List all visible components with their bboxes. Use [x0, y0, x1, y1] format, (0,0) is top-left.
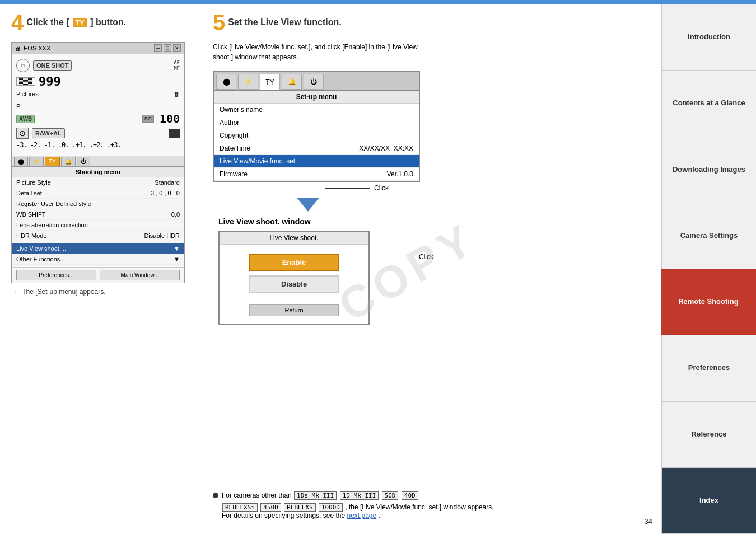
tag-rebelxsi: REBELXSi [222, 503, 258, 512]
setup-menu-tabs: ⬤ ⚡ TY 🔔 ⏻ [214, 72, 419, 91]
sidebar-label-contents: Contents at a Glance [673, 99, 745, 108]
preferences-button[interactable]: Preferences... [16, 270, 96, 280]
camera-title-text: 🖨 EOS XXX [15, 45, 50, 51]
note1-text: For cameras other than 1Ds Mk III 1D Mk … [222, 491, 419, 500]
sidebar-label-remote-shooting: Remote Shooting [678, 297, 739, 307]
step4-section: 4 Click the [ TY ] button. 🖨 EOS XXX ─ □… [11, 11, 202, 296]
next-page-link[interactable]: next page [347, 512, 376, 519]
minimize-btn[interactable]: ─ [154, 44, 162, 52]
liveview-section: Live View shoot. window Live View shoot.… [218, 217, 655, 325]
enable-button[interactable]: Enable [249, 254, 339, 271]
menu-row-other[interactable]: Other Functions... ▼ [12, 254, 184, 265]
tag-rebelxs: REBELXS [284, 503, 315, 512]
top-bar [0, 0, 756, 4]
bottom-notes: For cameras other than 1Ds Mk III 1D Mk … [213, 491, 650, 523]
setup-tab-ty[interactable]: TY [260, 74, 280, 90]
setup-item-owner: Owner's name [214, 104, 419, 116]
tag-40d: 40D [402, 491, 418, 500]
step5-number: 5 [213, 11, 225, 34]
return-button[interactable]: Return [249, 304, 339, 316]
camera-tab-photo[interactable]: ⬤ [14, 157, 28, 166]
sidebar-item-introduction[interactable]: Introduction [661, 4, 756, 71]
setup-item-firmware: FirmwareVer.1.0.0 [214, 168, 419, 181]
shot-count: 999 [39, 74, 61, 88]
exposure-row: -3. -2. -1. .0. .+1. .+2. .+3. [16, 141, 180, 149]
step4-title: Click the [ TY ] button. [26, 17, 126, 27]
camera-tab-bolt[interactable]: ⚡ [29, 157, 44, 166]
shooting-menu-title: Shooting menu [12, 167, 184, 177]
sidebar-label-preferences: Preferences [688, 363, 730, 373]
camera-window: 🖨 EOS XXX ─ □ ✕ □ ONE SHOT AFMF ▒▒▒▒ 999 [11, 42, 185, 283]
awb-label: AWB [16, 115, 35, 123]
raw-row: ⊙ RAW+AL [16, 128, 180, 139]
note1: For cameras other than 1Ds Mk III 1D Mk … [213, 491, 650, 500]
camera-tab-power[interactable]: ⏻ [77, 157, 90, 166]
step5-title: Set the Live View function. [228, 17, 341, 27]
maximize-btn[interactable]: □ [164, 44, 171, 52]
sidebar-item-camera-settings[interactable]: Camera Settings [661, 203, 756, 269]
wb-raw-row: P [16, 103, 180, 110]
camera-tab-ty[interactable]: TY [45, 157, 60, 166]
menu-row-lens: Lens aberration correction [12, 220, 184, 231]
ty-button-icon: TY [73, 18, 87, 27]
sidebar-item-downloading[interactable]: Downloading Images [661, 137, 756, 203]
menu-row-wb-shift: WB SHIFT0,0 [12, 209, 184, 220]
camera-tab-bell[interactable]: 🔔 [61, 157, 76, 166]
setup-item-author: Author [214, 116, 419, 129]
one-shot-label: ONE SHOT [33, 60, 72, 71]
sidebar-item-reference[interactable]: Reference [661, 402, 756, 468]
exposure-scale: -3. -2. -1. .0. .+1. .+2. .+3. [16, 141, 121, 149]
menu-row-hdr: HDR ModeDisable HDR [12, 231, 184, 241]
step5-header: 5 Set the Live View function. [213, 11, 655, 34]
menu-row-picture-style: Picture StyleStandard [12, 177, 184, 188]
menu-row-detail: Detail set.3 , 0 , 0 , 0 [12, 188, 184, 199]
note2: REBELXSi 450D REBELXS 1000D , the [Live … [213, 503, 650, 519]
sidebar-item-remote-shooting[interactable]: Remote Shooting [661, 269, 756, 335]
menu-row-liveview[interactable]: Live View shoot. ... ▼ [12, 243, 184, 254]
step5-description: Click [Live View/Movie func. set.], and … [213, 42, 420, 62]
click-annotation-1: Click [325, 184, 420, 192]
sidebar: Introduction Contents at a Glance Downlo… [661, 4, 756, 534]
setup-menu-window: ⬤ ⚡ TY 🔔 ⏻ Set-up menu Owner's name Auth… [213, 71, 420, 182]
sidebar-label-index: Index [699, 496, 718, 505]
arrow-down [297, 198, 655, 212]
setup-item-copyright: Copyright [214, 129, 419, 142]
setup-item-liveview[interactable]: Live View/Movie func. set. [214, 155, 419, 168]
sidebar-label-camera-settings: Camera Settings [680, 231, 738, 241]
step5-section: 5 Set the Live View function. Click [Liv… [213, 11, 655, 325]
camera-bottom-buttons: Preferences... Main Window... [12, 267, 184, 283]
sidebar-item-contents[interactable]: Contents at a Glance [661, 71, 756, 137]
camera-titlebar: 🖨 EOS XXX ─ □ ✕ [12, 43, 184, 54]
setup-tab-bolt[interactable]: ⚡ [238, 74, 258, 90]
page-number: 34 [645, 517, 652, 526]
tag-1d: 1D Mk III [340, 491, 379, 500]
pictures-label: Pictures [16, 91, 39, 97]
tag-1ds: 1Ds Mk III [294, 491, 337, 500]
main-window-button[interactable]: Main Window... [100, 270, 180, 280]
awb-row: AWB SO 100 [16, 112, 180, 125]
setup-item-datetime: Date/TimeXX/XX/XX XX:XX [214, 142, 419, 155]
close-btn[interactable]: ✕ [173, 44, 181, 52]
note2-text: REBELXSi 450D REBELXS 1000D , the [Live … [222, 503, 494, 519]
liveview-title: Live View shoot. [220, 232, 368, 245]
click-annotation-2: Click [381, 253, 433, 261]
disable-button[interactable]: Disable [249, 275, 339, 293]
pictures-row: Pictures 🗑 [16, 91, 180, 97]
sidebar-label-introduction: Introduction [688, 32, 730, 42]
sidebar-item-preferences[interactable]: Preferences [661, 335, 756, 401]
tag-1000d: 1000D [319, 503, 343, 512]
sidebar-label-downloading: Downloading Images [673, 165, 745, 175]
setup-tab-bell[interactable]: 🔔 [282, 74, 302, 90]
tag-50d: 50D [382, 491, 399, 500]
liveview-window-title: Live View shoot. window [218, 217, 655, 226]
sidebar-label-reference: Reference [692, 430, 727, 439]
step4-number: 4 [11, 11, 24, 34]
setup-tab-camera[interactable]: ⬤ [216, 74, 236, 90]
tag-450d: 450D [260, 503, 281, 512]
raw-label: RAW+AL [32, 128, 65, 138]
af-icon: □ [16, 59, 30, 72]
window-controls[interactable]: ─ □ ✕ [154, 44, 181, 52]
step4-caption: → The [Set-up menu] appears. [11, 288, 202, 296]
setup-tab-power[interactable]: ⏻ [304, 74, 324, 90]
sidebar-item-index[interactable]: Index [661, 468, 756, 534]
